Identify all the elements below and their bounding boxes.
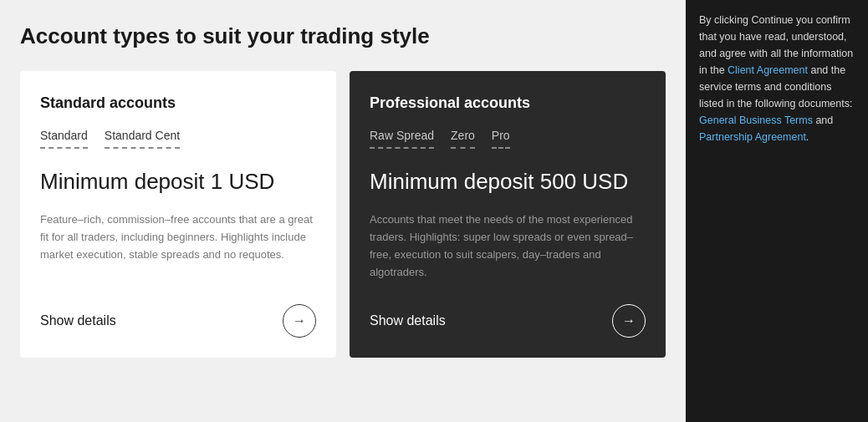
standard-show-details-label: Show details	[40, 313, 116, 328]
page-title: Account types to suit your trading style	[20, 23, 666, 49]
professional-card: Professional accounts Raw Spread Zero Pr…	[350, 71, 666, 358]
sidebar-link-client-agreement[interactable]: Client Agreement	[728, 64, 808, 76]
standard-card-header: Standard accounts	[40, 94, 316, 112]
sidebar-panel: By clicking Continue you confirm that yo…	[686, 0, 868, 422]
sidebar-link-general-business-terms[interactable]: General Business Terms	[699, 114, 813, 126]
standard-show-details-row: Show details →	[40, 304, 316, 338]
standard-card: Standard accounts Standard Standard Cent…	[20, 71, 336, 358]
professional-show-details-label: Show details	[370, 313, 446, 328]
standard-description: Feature–rich, commission–free accounts t…	[40, 211, 316, 281]
professional-tabs-row: Raw Spread Zero Pro	[370, 129, 646, 149]
professional-show-details-row: Show details →	[370, 304, 646, 338]
tab-pro[interactable]: Pro	[492, 129, 510, 149]
professional-arrow-button[interactable]: →	[612, 304, 646, 338]
sidebar-text-and: and	[813, 114, 833, 126]
tab-raw-spread[interactable]: Raw Spread	[370, 129, 434, 149]
sidebar-text-end: .	[806, 131, 809, 143]
tab-standard-cent[interactable]: Standard Cent	[105, 129, 180, 149]
tab-zero[interactable]: Zero	[451, 129, 475, 149]
tab-standard[interactable]: Standard	[40, 129, 88, 149]
professional-min-deposit: Minimum deposit 500 USD	[370, 169, 646, 195]
professional-card-header: Professional accounts	[370, 94, 646, 112]
cards-row: Standard accounts Standard Standard Cent…	[20, 71, 666, 358]
standard-arrow-button[interactable]: →	[283, 304, 316, 338]
sidebar-link-partnership-agreement[interactable]: Partnership Agreement	[699, 131, 806, 143]
standard-tabs-row: Standard Standard Cent	[40, 129, 316, 149]
standard-min-deposit: Minimum deposit 1 USD	[40, 169, 316, 195]
main-content: Account types to suit your trading style…	[0, 0, 686, 422]
professional-description: Accounts that meet the needs of the most…	[370, 211, 646, 281]
